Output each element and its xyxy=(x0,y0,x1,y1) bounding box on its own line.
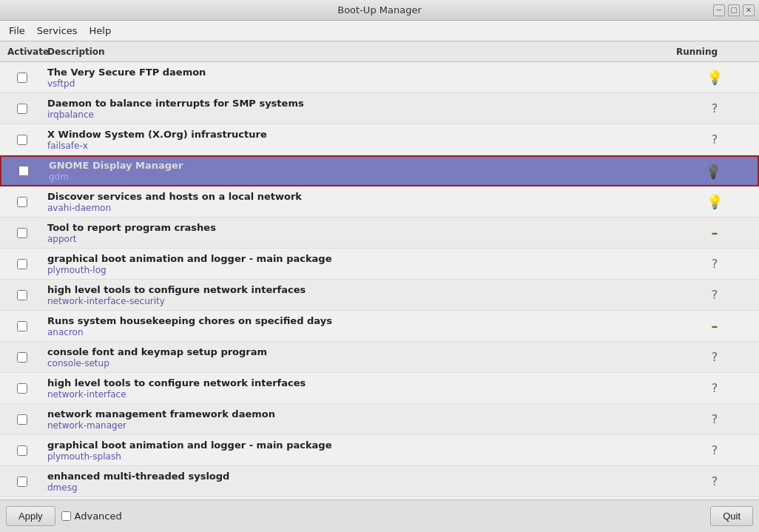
table-row[interactable]: GNOME Display Managergdm💡 xyxy=(0,155,759,186)
apply-button[interactable]: Apply xyxy=(6,506,55,526)
question-icon: ? xyxy=(712,443,718,457)
table-row[interactable]: X Window System (X.Org) infrastructurefa… xyxy=(0,124,759,155)
service-package: network-manager xyxy=(47,420,667,431)
description-cell: The Very Secure FTP daemonvsftpd xyxy=(44,64,670,92)
service-checkbox[interactable] xyxy=(17,73,27,83)
activate-cell[interactable] xyxy=(0,414,44,425)
service-package: vsftpd xyxy=(47,78,667,89)
activate-cell[interactable] xyxy=(0,135,44,145)
service-name: X Window System (X.Org) infrastructure xyxy=(47,129,667,140)
question-icon: ? xyxy=(712,101,718,115)
service-package: gdm xyxy=(49,172,666,182)
close-button[interactable]: ✕ xyxy=(743,4,755,16)
running-cell: – xyxy=(670,318,759,334)
service-name: high level tools to configure network in… xyxy=(47,377,667,388)
description-cell: Runs system housekeeping chores on speci… xyxy=(44,312,670,340)
maximize-button[interactable]: □ xyxy=(728,4,740,16)
activate-cell[interactable] xyxy=(0,352,44,363)
dash-icon: – xyxy=(712,225,718,240)
description-cell: high level tools to configure network in… xyxy=(44,281,670,309)
service-package: plymouth-log xyxy=(47,265,667,275)
menu-help[interactable]: Help xyxy=(84,23,118,38)
table-row[interactable]: Daemon to balance interrupts for SMP sys… xyxy=(0,93,759,124)
minimize-button[interactable]: − xyxy=(713,4,725,16)
table-row[interactable]: Tool to report program crashesapport– xyxy=(0,218,759,249)
service-name: high level tools to configure network in… xyxy=(47,284,667,295)
activate-cell[interactable] xyxy=(0,445,44,456)
service-checkbox[interactable] xyxy=(17,104,27,114)
service-name: GNOME Display Manager xyxy=(49,160,666,171)
service-checkbox[interactable] xyxy=(17,228,27,238)
description-cell: GNOME Display Managergdm xyxy=(46,157,669,185)
running-cell: ? xyxy=(670,443,759,457)
activate-cell[interactable] xyxy=(0,477,44,487)
question-icon: ? xyxy=(712,350,718,364)
service-name: enhanced multi-threaded syslogd xyxy=(47,471,667,482)
question-icon: ? xyxy=(712,132,718,147)
menu-services[interactable]: Services xyxy=(31,23,84,38)
service-package: failsafe-x xyxy=(47,141,667,151)
running-cell: ? xyxy=(670,288,759,302)
advanced-checkbox[interactable] xyxy=(61,511,71,521)
description-cell: Tool to report program crashesapport xyxy=(44,219,670,247)
activate-cell[interactable] xyxy=(0,228,44,238)
bottom-bar: Apply Advanced Quit xyxy=(0,499,759,532)
advanced-label[interactable]: Advanced xyxy=(75,511,122,522)
service-package: dmesg xyxy=(47,482,667,493)
activate-cell[interactable] xyxy=(0,197,44,207)
table-row[interactable]: graphical boot animation and logger - ma… xyxy=(0,435,759,466)
dash-icon: – xyxy=(712,318,718,334)
running-cell: 💡 xyxy=(670,194,759,209)
window-controls[interactable]: − □ ✕ xyxy=(713,4,755,16)
service-checkbox[interactable] xyxy=(18,166,29,176)
menu-file[interactable]: File xyxy=(3,23,31,38)
activate-cell[interactable] xyxy=(0,383,44,394)
running-cell: ? xyxy=(670,412,759,426)
service-checkbox[interactable] xyxy=(17,259,27,269)
description-cell: Daemon to balance interrupts for SMP sys… xyxy=(44,95,670,123)
service-checkbox[interactable] xyxy=(17,290,27,300)
table-row[interactable]: Runs system housekeeping chores on speci… xyxy=(0,311,759,342)
bulb-off-icon: 💡 xyxy=(705,164,721,179)
description-cell: high level tools to configure network in… xyxy=(44,374,670,403)
service-checkbox[interactable] xyxy=(17,197,27,207)
service-list[interactable]: The Very Secure FTP daemonvsftpd💡Daemon … xyxy=(0,62,759,499)
service-package: irqbalance xyxy=(47,110,667,120)
service-checkbox[interactable] xyxy=(17,135,27,145)
activate-cell[interactable] xyxy=(0,104,44,114)
table-row[interactable]: high level tools to configure network in… xyxy=(0,280,759,311)
question-icon: ? xyxy=(712,474,718,488)
quit-button[interactable]: Quit xyxy=(710,506,753,526)
description-cell: console font and keymap setup programcon… xyxy=(44,343,670,371)
running-cell: ? xyxy=(670,474,759,488)
service-checkbox[interactable] xyxy=(17,445,27,456)
service-checkbox[interactable] xyxy=(17,383,27,394)
table-row[interactable]: Discover services and hosts on a local n… xyxy=(0,186,759,218)
table-row[interactable]: The Very Secure FTP daemonvsftpd💡 xyxy=(0,62,759,93)
advanced-option[interactable]: Advanced xyxy=(61,511,122,522)
question-icon: ? xyxy=(712,288,718,302)
service-package: console-setup xyxy=(47,358,667,368)
activate-cell[interactable] xyxy=(0,290,44,300)
activate-cell[interactable] xyxy=(0,73,44,83)
service-name: console font and keymap setup program xyxy=(47,346,667,357)
window-title: Boot-Up Manager xyxy=(337,4,422,16)
service-checkbox[interactable] xyxy=(17,414,27,425)
column-running: Running xyxy=(670,47,759,57)
table-row[interactable]: enhanced multi-threaded syslogddmesg? xyxy=(0,466,759,497)
table-row[interactable]: network management framework daemonnetwo… xyxy=(0,404,759,435)
service-checkbox[interactable] xyxy=(17,321,27,331)
table-row[interactable]: graphical boot animation and logger - ma… xyxy=(0,249,759,280)
activate-cell[interactable] xyxy=(0,259,44,269)
table-row[interactable]: console font and keymap setup programcon… xyxy=(0,342,759,373)
service-checkbox[interactable] xyxy=(17,477,27,487)
activate-cell[interactable] xyxy=(0,321,44,331)
description-cell: network management framework daemonnetwo… xyxy=(44,405,670,434)
service-checkbox[interactable] xyxy=(17,352,27,363)
service-name: graphical boot animation and logger - ma… xyxy=(47,440,667,451)
table-row[interactable]: high level tools to configure network in… xyxy=(0,373,759,404)
activate-cell[interactable] xyxy=(1,166,46,176)
service-name: graphical boot animation and logger - ma… xyxy=(47,253,667,264)
service-package: avahi-daemon xyxy=(47,203,667,213)
main-content: Activate Description Running The Very Se… xyxy=(0,41,759,499)
